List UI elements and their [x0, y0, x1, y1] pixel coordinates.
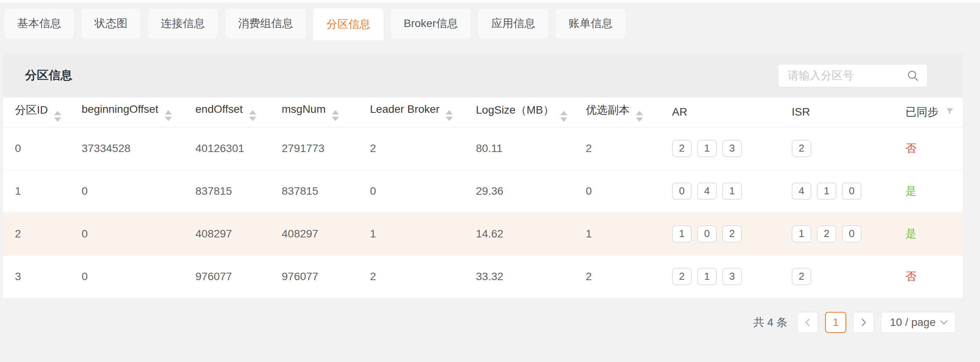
column-header-preferred-replica[interactable]: 优选副本 — [586, 98, 672, 127]
cell-msg-num: 408297 — [282, 212, 370, 255]
cell-log-size: 33.32 — [476, 255, 586, 298]
column-header-log-size[interactable]: LogSize（MB） — [476, 98, 586, 127]
table-row: 2 0 408297 408297 1 14.62 1 102 120 是 — [3, 212, 963, 255]
replica-tag: 1 — [697, 268, 717, 285]
pagination-total: 共 4 条 — [753, 315, 787, 330]
cell-leader-broker: 0 — [370, 170, 476, 212]
replica-tag: 0 — [672, 183, 692, 200]
cell-log-size: 80.11 — [476, 127, 586, 170]
column-header-leader-broker[interactable]: Leader Broker — [370, 98, 476, 127]
cell-synced: 是 — [905, 170, 963, 212]
column-header-partition-id[interactable]: 分区ID — [3, 98, 82, 127]
filter-icon[interactable] — [945, 107, 955, 117]
pagination-prev-button[interactable] — [797, 312, 818, 333]
tab-application-info[interactable]: 应用信息 — [478, 8, 548, 39]
cell-beginning-offset: 37334528 — [82, 127, 195, 170]
cell-ar: 213 — [672, 255, 792, 298]
cell-preferred-replica: 2 — [586, 255, 672, 298]
chevron-down-icon — [940, 317, 948, 325]
cell-end-offset: 976077 — [195, 255, 282, 298]
replica-tag: 3 — [722, 140, 742, 157]
cell-ar: 213 — [672, 127, 792, 170]
tab-billing-info[interactable]: 账单信息 — [555, 8, 626, 39]
cell-ar: 102 — [672, 212, 792, 255]
cell-end-offset: 40126301 — [195, 127, 282, 170]
replica-tag: 2 — [722, 225, 742, 243]
cell-end-offset: 408297 — [195, 212, 282, 255]
partition-search-input[interactable] — [788, 69, 906, 82]
replica-tag: 0 — [842, 225, 862, 243]
panel-title: 分区信息 — [25, 67, 72, 83]
replica-tag: 2 — [792, 268, 811, 285]
column-header-end-offset[interactable]: endOffset — [195, 98, 282, 127]
panel-header: 分区信息 — [3, 53, 963, 98]
cell-ar: 041 — [672, 170, 792, 212]
tab-connection-info[interactable]: 连接信息 — [148, 8, 218, 39]
replica-tag: 2 — [672, 268, 692, 285]
sort-icon[interactable] — [446, 110, 453, 121]
partition-search-box[interactable] — [778, 64, 928, 87]
replica-tag: 4 — [697, 183, 717, 200]
pagination-next-button[interactable] — [853, 312, 874, 333]
tab-basic-info[interactable]: 基本信息 — [4, 8, 75, 39]
cell-end-offset: 837815 — [195, 170, 282, 212]
cell-partition-id: 1 — [3, 170, 82, 212]
table-row: 3 0 976077 976077 2 33.32 2 213 2 否 — [3, 255, 963, 298]
sort-icon[interactable] — [165, 110, 172, 121]
cell-preferred-replica: 2 — [586, 127, 672, 170]
sort-icon[interactable] — [332, 110, 339, 121]
cell-preferred-replica: 1 — [586, 212, 672, 255]
cell-isr: 2 — [792, 255, 905, 298]
cell-leader-broker: 2 — [370, 255, 476, 298]
sort-icon[interactable] — [636, 111, 643, 122]
cell-msg-num: 837815 — [282, 170, 370, 212]
cell-partition-id: 0 — [3, 127, 82, 170]
column-header-beginning-offset[interactable]: beginningOffset — [82, 98, 195, 127]
cell-log-size: 14.62 — [476, 212, 586, 255]
replica-tag: 0 — [697, 225, 717, 243]
cell-synced: 否 — [905, 255, 963, 298]
replica-tag: 0 — [842, 183, 862, 200]
cell-leader-broker: 2 — [370, 127, 476, 170]
column-header-msg-num[interactable]: msgNum — [282, 98, 370, 127]
tab-consumer-group-info[interactable]: 消费组信息 — [225, 8, 306, 39]
page-size-select[interactable]: 10 / page — [881, 312, 956, 333]
cell-partition-id: 2 — [3, 212, 82, 255]
cell-beginning-offset: 0 — [82, 212, 195, 255]
cell-isr: 2 — [792, 127, 905, 170]
cell-log-size: 29.36 — [476, 170, 586, 212]
partition-table: 分区ID beginningOffset endOffset msgNum Le… — [3, 98, 963, 298]
sort-icon[interactable] — [560, 111, 567, 122]
table-row: 0 37334528 40126301 2791773 2 80.11 2 21… — [3, 127, 963, 170]
cell-leader-broker: 1 — [370, 212, 476, 255]
cell-synced: 是 — [905, 212, 963, 255]
column-header-isr: ISR — [792, 98, 905, 127]
cell-msg-num: 976077 — [282, 255, 370, 298]
tab-status-chart[interactable]: 状态图 — [81, 8, 141, 39]
column-header-ar: AR — [672, 98, 792, 127]
replica-tag: 3 — [722, 268, 742, 285]
replica-tag: 2 — [817, 225, 836, 243]
partition-info-panel: 分区信息 分区ID beginningOffset endOffset — [3, 53, 963, 298]
table-header-row: 分区ID beginningOffset endOffset msgNum Le… — [3, 98, 963, 127]
tab-bar: 基本信息 状态图 连接信息 消费组信息 分区信息 Broker信息 应用信息 账… — [0, 2, 980, 40]
sort-icon[interactable] — [249, 110, 256, 121]
chevron-right-icon — [858, 319, 866, 326]
cell-isr: 120 — [792, 212, 905, 255]
page-size-label: 10 / page — [890, 316, 936, 329]
pagination-page-1[interactable]: 1 — [825, 312, 846, 333]
search-icon[interactable] — [906, 69, 920, 82]
tab-broker-info[interactable]: Broker信息 — [390, 8, 471, 39]
cell-synced: 否 — [905, 127, 963, 170]
tab-partition-info[interactable]: 分区信息 — [313, 8, 384, 40]
table-row: 1 0 837815 837815 0 29.36 0 041 410 是 — [3, 170, 963, 212]
cell-partition-id: 3 — [3, 255, 82, 298]
replica-tag: 2 — [672, 140, 692, 157]
column-header-synced[interactable]: 已同步 — [905, 98, 963, 127]
cell-msg-num: 2791773 — [282, 127, 370, 170]
cell-isr: 410 — [792, 170, 905, 212]
replica-tag: 1 — [697, 140, 717, 157]
sort-icon[interactable] — [54, 111, 61, 122]
cell-beginning-offset: 0 — [82, 170, 195, 212]
replica-tag: 1 — [722, 183, 742, 200]
